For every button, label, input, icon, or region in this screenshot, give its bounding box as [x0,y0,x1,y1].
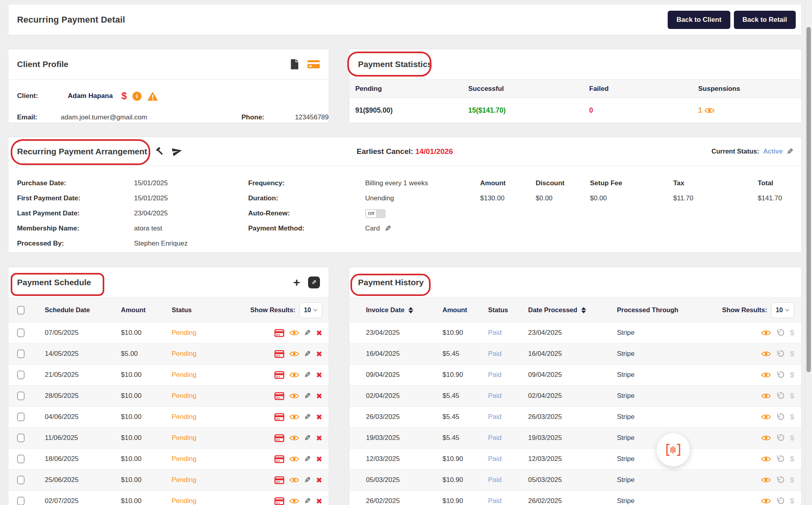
edit-schedule-icon[interactable]: ✎ [304,412,311,422]
schedule-row-checkbox[interactable] [17,476,25,484]
charge-card-icon[interactable] [274,476,284,484]
schedule-row-checkbox[interactable] [17,328,25,337]
view-schedule-icon[interactable] [289,498,299,504]
refund-icon[interactable] [776,371,785,379]
edit-schedule-icon[interactable]: ✎ [304,370,311,380]
view-invoice-icon[interactable] [761,435,771,441]
view-schedule-icon[interactable] [289,435,299,441]
charge-amount-icon[interactable]: $ [790,392,794,400]
charge-card-icon[interactable] [274,497,284,505]
history-row-amount: $10.90 [442,497,488,505]
delete-schedule-icon[interactable]: ✖ [316,497,322,505]
refund-icon[interactable] [776,434,785,442]
charge-card-icon[interactable] [274,413,284,421]
delete-schedule-icon[interactable]: ✖ [316,371,322,380]
charge-card-icon[interactable] [274,455,284,463]
charge-card-icon[interactable] [274,329,284,337]
schedule-row-checkbox[interactable] [17,349,25,358]
refund-icon[interactable] [776,476,785,484]
charge-amount-icon[interactable]: $ [790,476,794,484]
charge-card-icon[interactable] [274,350,284,358]
page-scrollbar-thumb[interactable] [806,27,811,372]
charge-amount-icon[interactable]: $ [790,455,794,463]
suspensions-view-icon[interactable] [705,107,714,114]
edit-schedule-icon[interactable]: ✎ [304,433,311,443]
edit-status-icon[interactable]: ✎ [787,147,793,156]
date-processed-column-header[interactable]: Date Processed [528,306,617,314]
edit-schedule-icon[interactable]: ✎ [304,496,311,505]
view-invoice-icon[interactable] [761,393,771,399]
client-notes-file-icon[interactable] [290,59,299,70]
refund-icon[interactable] [776,455,785,463]
refund-icon[interactable] [776,328,785,337]
view-invoice-icon[interactable] [761,372,771,378]
page-scrollbar-track[interactable] [805,0,812,505]
schedule-row-checkbox[interactable] [17,434,25,442]
charge-card-icon[interactable] [274,371,284,379]
view-schedule-icon[interactable] [289,351,299,357]
invoice-date-sort-icon[interactable] [408,307,413,313]
charge-amount-icon[interactable]: $ [790,328,794,337]
charge-amount-icon[interactable]: $ [790,349,794,358]
schedule-row-checkbox[interactable] [17,392,25,400]
delete-schedule-icon[interactable]: ✖ [316,349,322,359]
view-invoice-icon[interactable] [761,477,771,483]
delete-schedule-icon[interactable]: ✖ [316,476,322,485]
view-schedule-icon[interactable] [289,372,299,378]
back-to-client-button[interactable]: Back to Client [668,11,730,29]
edit-schedule-icon[interactable]: ✎ [304,454,311,464]
view-schedule-icon[interactable] [289,456,299,462]
refund-icon[interactable] [776,413,785,421]
charge-amount-icon[interactable]: $ [790,497,794,505]
client-money-owing-icon[interactable]: $ [121,90,126,102]
schedule-row-checkbox[interactable] [17,455,25,463]
edit-payment-method-icon[interactable]: ✎ [385,224,391,233]
charge-card-icon[interactable] [274,434,284,442]
edit-schedule-icon[interactable]: ✎ [304,349,311,359]
delete-schedule-icon[interactable]: ✖ [316,413,322,422]
history-show-results-dropdown[interactable]: 10 [771,302,794,318]
view-invoice-icon[interactable] [761,456,771,462]
client-name[interactable]: Adam Hapana [68,92,113,100]
gavel-icon[interactable] [154,146,165,157]
delete-schedule-icon[interactable]: ✖ [316,455,322,464]
view-invoice-icon[interactable] [761,330,771,336]
barcode-scan-button[interactable] [657,433,690,467]
view-invoice-icon[interactable] [761,498,771,504]
refund-icon[interactable] [776,349,785,358]
delete-schedule-icon[interactable]: ✖ [316,434,322,443]
back-to-retail-button[interactable]: Back to Retail [734,11,796,29]
charge-card-icon[interactable] [274,392,284,400]
bulk-edit-schedule-icon[interactable]: ✎ [308,277,320,288]
schedule-row-checkbox[interactable] [17,413,25,421]
client-payment-card-icon[interactable] [307,60,320,69]
view-invoice-icon[interactable] [761,351,771,357]
add-schedule-icon[interactable]: + [293,277,300,288]
view-schedule-icon[interactable] [289,330,299,336]
refund-icon[interactable] [776,497,785,505]
charge-amount-icon[interactable]: $ [790,371,794,379]
date-processed-sort-icon[interactable] [581,307,586,313]
auto-renew-toggle[interactable]: Off [365,209,386,218]
select-all-checkbox[interactable] [17,306,25,315]
refund-icon[interactable] [776,392,785,400]
edit-schedule-icon[interactable]: ✎ [304,475,311,485]
view-schedule-icon[interactable] [289,414,299,420]
schedule-row-checkbox[interactable] [17,371,25,379]
view-schedule-icon[interactable] [289,477,299,483]
schedule-row-checkbox[interactable] [17,497,25,505]
charge-amount-icon[interactable]: $ [790,413,794,421]
view-invoice-icon[interactable] [761,414,771,420]
schedule-show-results-dropdown[interactable]: 10 [299,302,322,318]
delete-schedule-icon[interactable]: ✖ [316,392,322,401]
view-schedule-icon[interactable] [289,393,299,399]
send-notification-icon[interactable] [172,146,182,157]
edit-schedule-icon[interactable]: ✎ [304,391,311,401]
delete-schedule-icon[interactable]: ✖ [316,328,322,338]
invoice-date-column-header[interactable]: Invoice Date [366,306,442,314]
charge-amount-icon[interactable]: $ [790,434,794,442]
client-info-icon[interactable]: i [132,92,142,101]
edit-schedule-icon[interactable]: ✎ [304,328,311,338]
client-warning-icon[interactable] [147,91,158,101]
suspensions-column-label: Suspensions [698,85,801,93]
